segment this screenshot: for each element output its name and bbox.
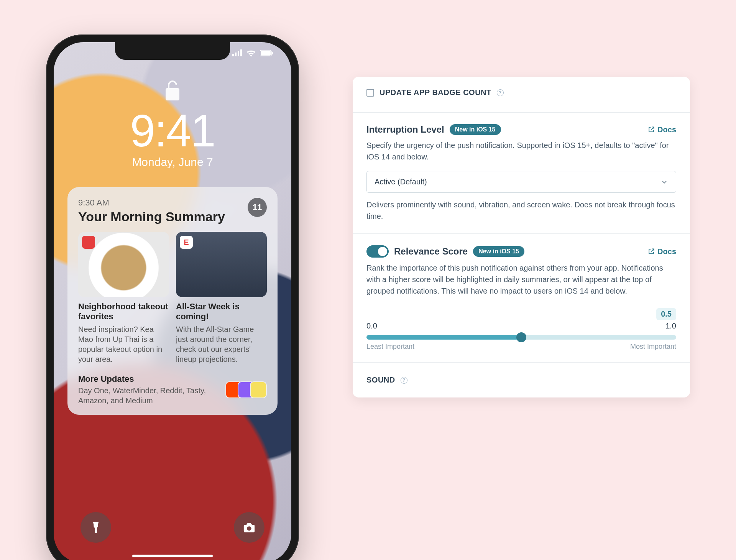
app-icon bbox=[250, 381, 267, 398]
external-link-icon bbox=[647, 248, 655, 255]
summary-item-heading: All-Star Week is coming! bbox=[176, 302, 267, 322]
home-indicator bbox=[132, 555, 213, 557]
svg-rect-1 bbox=[235, 53, 237, 56]
sound-label: SOUND bbox=[366, 376, 395, 384]
interruption-section: Interruption Level New in iOS 15 Docs Sp… bbox=[353, 113, 690, 234]
badge-count-checkbox[interactable] bbox=[366, 89, 374, 97]
camera-button[interactable] bbox=[234, 512, 264, 543]
unlock-icon bbox=[165, 95, 180, 102]
morning-summary-card[interactable]: 9:30 AM Your Morning Summary 11 Neighbor… bbox=[67, 187, 278, 415]
slider-min: 0.0 bbox=[366, 322, 377, 330]
slider-min-label: Least Important bbox=[366, 343, 414, 351]
phone-screen: 9:41 Monday, June 7 9:30 AM Your Morning… bbox=[54, 42, 291, 560]
slider-max: 1.0 bbox=[665, 322, 676, 330]
slider-track[interactable] bbox=[366, 335, 676, 340]
summary-grid: Neighborhood takeout favorites Need insp… bbox=[78, 232, 267, 364]
svg-rect-0 bbox=[232, 54, 234, 56]
lock-screen-header: 9:41 Monday, June 7 bbox=[54, 42, 291, 169]
interruption-title: Interruption Level bbox=[366, 124, 444, 135]
phone-mockup: 9:41 Monday, June 7 9:30 AM Your Morning… bbox=[46, 34, 299, 560]
relevance-desc: Rank the importance of this push notific… bbox=[366, 262, 676, 297]
more-updates-row[interactable]: More Updates Day One, WaterMinder, Reddi… bbox=[78, 374, 267, 406]
help-icon[interactable]: ? bbox=[401, 377, 407, 384]
summary-timestamp: 9:30 AM bbox=[78, 198, 267, 208]
relevance-title: Relevance Score bbox=[394, 246, 468, 257]
settings-panel: UPDATE APP BADGE COUNT ? Interruption Le… bbox=[353, 77, 690, 397]
summary-count-badge: 11 bbox=[248, 198, 267, 217]
more-updates-heading: More Updates bbox=[78, 374, 216, 384]
app-badge-icon: E bbox=[180, 236, 193, 249]
svg-rect-6 bbox=[272, 52, 273, 54]
select-value: Active (Default) bbox=[375, 177, 427, 186]
docs-link[interactable]: Docs bbox=[647, 125, 676, 134]
wifi-icon bbox=[246, 49, 256, 59]
more-updates-icons bbox=[230, 381, 267, 398]
signal-icon bbox=[232, 49, 242, 58]
app-badge-icon bbox=[82, 236, 95, 249]
lock-date: Monday, June 7 bbox=[54, 156, 291, 169]
slider-value: 0.5 bbox=[656, 308, 676, 320]
help-icon[interactable]: ? bbox=[497, 89, 504, 96]
summary-item-body: With the All-Star Game just around the c… bbox=[176, 324, 267, 364]
battery-icon bbox=[260, 49, 273, 58]
interruption-helper: Delivers prominently with sound, vibrati… bbox=[366, 199, 676, 222]
svg-rect-3 bbox=[240, 49, 242, 56]
svg-rect-2 bbox=[238, 51, 239, 56]
summary-item-heading: Neighborhood takeout favorites bbox=[78, 302, 169, 322]
docs-label: Docs bbox=[657, 125, 676, 134]
external-link-icon bbox=[647, 126, 655, 133]
relevance-section: Relevance Score New in iOS 15 Docs Rank … bbox=[353, 234, 690, 363]
summary-thumbnail bbox=[78, 232, 169, 297]
svg-rect-5 bbox=[261, 51, 271, 56]
docs-link[interactable]: Docs bbox=[647, 247, 676, 256]
summary-item[interactable]: Neighborhood takeout favorites Need insp… bbox=[78, 232, 169, 364]
interruption-select[interactable]: Active (Default) bbox=[366, 171, 676, 193]
more-updates-body: Day One, WaterMinder, Reddit, Tasty, Ama… bbox=[78, 386, 216, 406]
status-bar bbox=[232, 49, 273, 59]
slider-max-label: Most Important bbox=[630, 343, 676, 351]
sound-section: SOUND ? bbox=[353, 363, 690, 397]
summary-title: Your Morning Summary bbox=[78, 209, 267, 224]
summary-item[interactable]: E All-Star Week is coming! With the All-… bbox=[176, 232, 267, 364]
summary-thumbnail: E bbox=[176, 232, 267, 297]
interruption-desc: Specify the urgency of the push notifica… bbox=[366, 140, 676, 163]
chevron-down-icon bbox=[660, 178, 668, 186]
slider-thumb[interactable] bbox=[516, 332, 526, 342]
badge-count-section: UPDATE APP BADGE COUNT ? bbox=[353, 77, 690, 113]
lock-time: 9:41 bbox=[54, 108, 291, 153]
summary-item-body: Need inspiration? Kea Mao from Up Thai i… bbox=[78, 324, 169, 364]
flashlight-button[interactable] bbox=[80, 512, 111, 543]
relevance-toggle[interactable] bbox=[366, 245, 389, 258]
relevance-slider: 0.5 0.0 1.0 Least Important Most Importa… bbox=[366, 308, 676, 351]
badge-count-label: UPDATE APP BADGE COUNT bbox=[380, 88, 491, 97]
phone-notch bbox=[115, 42, 230, 60]
docs-label: Docs bbox=[657, 247, 676, 256]
new-badge: New in iOS 15 bbox=[450, 124, 501, 135]
lock-screen-actions bbox=[54, 512, 291, 543]
new-badge: New in iOS 15 bbox=[473, 246, 524, 257]
